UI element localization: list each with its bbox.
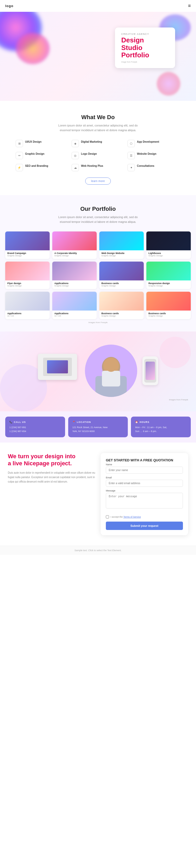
portfolio-item-category: Graphic Design [149,315,189,317]
portfolio-item[interactable]: Flyer design Graphic Design [5,261,50,289]
portfolio-thumb [5,261,50,280]
portfolio-item-name: Flyer design [7,282,47,285]
portfolio-label: Applications Graphic Design [52,280,97,289]
portfolio-item-name: Business cards [149,312,189,315]
form-left-desc: Duis aute irure dolor in reprehenderit i… [8,470,95,484]
portfolio-item-category: UI / UX [7,315,47,317]
info-box-icon: ⏰ [135,421,138,424]
form-right-card: GET STARTED WITH A FREE QUOTATION Name E… [101,453,188,535]
portfolio-item-category: Graphic Design [54,254,94,257]
team-section: Images from Freepik [0,332,196,411]
form-left-heading: We turn your design into a live Nicepage… [8,453,95,467]
footer-note: Sample text. Click to select the Text El… [0,546,196,555]
portfolio-label: Business cards Graphic Design [99,311,144,319]
service-name: Consultations [137,164,154,167]
portfolio-item-name: Responsive design [149,282,189,285]
portfolio-item-category: Graphic Design [7,254,47,257]
portfolio-item[interactable]: Business cards Graphic Design [99,261,144,289]
team-content [8,345,188,397]
navigation: logo ≡ [0,0,196,12]
portfolio-label: A Corporate Identity Graphic Design [52,250,97,259]
info-boxes: 📞 CALL US 1 (234) 567-8911 (234) 987-654… [0,411,196,442]
learn-more-button[interactable]: learn more [85,178,111,185]
form-title: GET STARTED WITH A FREE QUOTATION [106,458,183,462]
portfolio-item-name: Brand Campaign [7,252,47,254]
portfolio-item[interactable]: Brand Campaign Graphic Design [5,231,50,259]
info-box-icon: 📍 [72,421,76,424]
desk-screen [43,358,72,376]
info-box-text: Mon – Fri : 11 am – 8 pm, Sat,Sun … 6 am… [135,426,187,433]
hero-blob-4 [157,72,180,96]
portfolio-thumb [52,231,97,250]
portfolio-item[interactable]: Applications Graphic Design [52,261,97,289]
portfolio-item[interactable]: Business cards Graphic Design [99,292,144,319]
portfolio-item[interactable]: Applications UI / UX [5,292,50,319]
service-icon: ⊞ [16,140,23,147]
message-label: Message [106,489,183,492]
team-person-svg [87,347,134,397]
service-item: ◎ Logo Design [72,152,124,159]
message-textarea[interactable] [106,493,183,508]
info-box-title: 📍 LOCATION [72,421,124,424]
submit-button[interactable]: Submit your request [106,522,183,530]
portfolio-item[interactable]: Lightboxes Graphic Design [146,231,191,259]
service-icon: ◎ [72,152,79,159]
portfolio-item[interactable]: Applications UI / UX [52,292,97,319]
service-name: SEO and Branding [25,164,48,167]
info-box: 📍 LOCATION 121 Rock Street, 21 Avenue, N… [68,416,128,437]
what-we-do-title: What We Do [16,114,180,121]
portfolio-label: Business cards Graphic Design [99,280,144,289]
service-item: ⚡ SEO and Branding [16,164,69,171]
what-we-do-desc: Lorem ipsum dolor sit amet, consectetur … [53,123,143,132]
portfolio-item-category: Graphic Design [7,285,47,287]
terms-checkbox[interactable] [106,515,109,519]
service-icon: ◈ [72,140,79,147]
portfolio-thumb [99,231,144,250]
desk-screen-content [47,360,68,373]
portfolio-item-category: UI / UX [54,315,94,317]
info-box-text: 1 (234) 567-8911 (234) 987-654 [9,426,61,433]
service-item: ✏ Graphic Design [16,152,69,159]
portfolio-item-name: Applications [54,312,94,315]
portfolio-label: Flyer design Graphic Design [5,280,50,289]
service-icon: ✏ [16,152,23,159]
terms-link[interactable]: Terms of Service [123,516,141,518]
service-name: Website Design [137,152,156,155]
hero-card: CREATIVE AGENCY Design Studio Portfolio … [115,28,175,68]
hero-title-line3: Portfolio [121,51,149,59]
phone-screen [144,359,156,382]
hero-image-credit: Image from Freepik [121,61,169,63]
portfolio-item-name: Web Design Website [102,252,142,254]
portfolio-label: Lightboxes Graphic Design [146,250,191,259]
portfolio-item-category: Graphic Design [149,285,189,287]
hero-blob-2 [16,33,50,64]
form-section: We turn your design into a live Nicepage… [0,442,196,546]
portfolio-item[interactable]: Business cards Graphic Design [146,292,191,319]
portfolio-item-name: Business cards [102,282,142,285]
service-icon: ⚡ [16,164,23,171]
info-box: 📞 CALL US 1 (234) 567-8911 (234) 987-654 [5,416,65,437]
portfolio-label: Brand Campaign Graphic Design [5,250,50,259]
hero-title: Design Studio Portfolio [121,36,169,59]
portfolio-item-name: Applications [54,282,94,285]
menu-icon[interactable]: ≡ [188,3,191,9]
service-name: UI/UX Design [25,141,42,143]
portfolio-item[interactable]: Web Design Website Graphic Design [99,231,144,259]
logo: logo [5,4,13,8]
name-input[interactable] [106,467,183,474]
portfolio-item[interactable]: Responsive design Graphic Design [146,261,191,289]
portfolio-item-category: Graphic Design [102,285,142,287]
service-item: ◈ Digital Marketing [72,140,124,147]
service-item: ⊞ UI/UX Design [16,140,69,147]
team-circle [85,345,137,397]
hero-title-line2: Studio [121,44,143,52]
portfolio-item-category: Graphic Design [102,315,142,317]
portfolio-item[interactable]: A Corporate Identity Graphic Design [52,231,97,259]
portfolio-section: Our Portfolio Lorem ipsum dolor sit amet… [0,195,196,332]
service-item: ⬡ App Development [127,140,180,147]
service-icon: ✦ [127,164,135,171]
email-input[interactable] [106,480,183,487]
portfolio-label: Business cards Graphic Design [146,311,191,319]
form-left-content: We turn your design into a live Nicepage… [8,453,95,484]
portfolio-item-category: Graphic Design [149,254,189,257]
